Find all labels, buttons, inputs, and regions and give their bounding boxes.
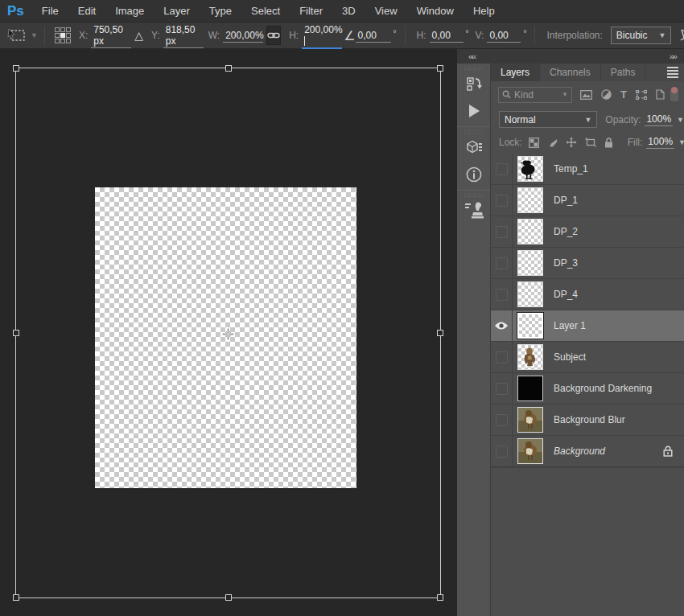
menu-3d[interactable]: 3D [332,0,365,23]
interpolation-dropdown[interactable]: Bicubic ▼ [611,27,672,44]
filter-adjustment-layers-button[interactable] [601,89,612,100]
layer-row-dp-1[interactable]: DP_1 [491,185,684,216]
clone-source-panel-button[interactable] [457,199,491,223]
collapse-panels-button[interactable]: »» [670,51,684,61]
filter-kind-dropdown[interactable]: Kind ▼ [498,87,572,103]
fill-chevron-icon[interactable]: ▼ [678,138,684,146]
visibility-toggle[interactable] [491,436,513,467]
layer-thumbnail[interactable] [517,438,543,464]
transform-handle-top-left[interactable] [13,65,19,72]
filter-shape-layers-button[interactable] [636,90,647,100]
visibility-toggle[interactable] [491,405,513,436]
layer-name[interactable]: DP_3 [554,257,578,269]
lock-all-button[interactable] [604,138,613,148]
layer-row-dp-4[interactable]: DP_4 [491,279,684,310]
tab-layers[interactable]: Layers [491,64,540,81]
transform-tool-button[interactable]: ▼ [6,27,38,43]
menu-type[interactable]: Type [200,0,241,23]
visibility-toggle[interactable] [491,216,513,248]
layer-thumbnail[interactable] [517,281,543,307]
filter-type-layers-button[interactable]: T [620,88,627,101]
layer-name[interactable]: DP_4 [554,289,578,300]
layer-name[interactable]: Background Darkening [554,383,652,394]
layer-row-layer-1[interactable]: Layer 1 [491,310,684,342]
transform-handle-bottom-right[interactable] [437,594,443,601]
ref-pt[interactable] [66,27,71,32]
fill-value[interactable]: 100% [646,136,674,149]
blend-mode-dropdown[interactable]: Normal ▼ [499,111,597,128]
history-panel-button[interactable] [457,72,491,96]
tab-channels[interactable]: Channels [540,64,601,81]
ref-pt-center[interactable] [60,33,65,38]
filter-smart-objects-button[interactable] [656,89,665,100]
layer-thumbnail[interactable] [517,156,543,182]
layer-thumbnail[interactable] [517,187,543,213]
reference-point-locator[interactable] [55,27,71,43]
lock-artboard-button[interactable] [585,138,596,147]
ref-pt[interactable] [55,33,60,38]
menu-window[interactable]: Window [407,0,464,23]
visibility-toggle[interactable] [491,248,513,279]
transform-reference-point[interactable] [222,328,234,340]
ref-pt[interactable] [66,39,71,43]
visibility-toggle[interactable] [491,185,513,216]
layer-thumbnail[interactable] [517,250,543,276]
opacity-chevron-icon[interactable]: ▼ [677,116,684,124]
maintain-aspect-ratio-button[interactable] [266,26,281,45]
layer-row-background-blur[interactable]: Background Blur [491,405,684,436]
menu-view[interactable]: View [365,0,407,23]
menu-select[interactable]: Select [241,0,290,23]
menu-file[interactable]: File [32,0,68,23]
layer-name[interactable]: Temp_1 [554,163,588,175]
ref-pt[interactable] [55,27,60,32]
transform-handle-top-right[interactable] [437,65,443,72]
height-input[interactable]: 200,00% [302,23,342,49]
strip-grip[interactable] [464,129,484,133]
transform-handle-middle-right[interactable] [437,330,443,336]
layer-name[interactable]: DP_2 [554,226,578,237]
ref-pt[interactable] [60,27,65,32]
h-skew-input[interactable]: 0,00 [430,28,464,43]
info-panel-button[interactable] [457,162,491,187]
relative-positioning-icon[interactable]: △ [134,29,143,42]
visibility-toggle[interactable] [491,279,513,310]
layer-row-dp-2[interactable]: DP_2 [491,216,684,248]
layer-thumbnail-active[interactable] [517,313,543,339]
layer-thumbnail[interactable] [517,376,543,401]
layer-row-subject[interactable]: Subject [491,342,684,373]
collapse-strip-button[interactable]: «« [457,51,475,61]
lock-transparency-button[interactable] [529,138,539,148]
visibility-toggle[interactable] [491,373,513,405]
lock-position-button[interactable] [566,137,577,148]
panel-menu-button[interactable] [661,64,684,81]
tool-preset-chevron-icon[interactable]: ▼ [31,31,38,39]
strip-grip[interactable] [464,66,484,70]
actions-panel-button[interactable] [457,99,491,123]
layer-name[interactable]: Background [554,446,605,457]
tab-paths[interactable]: Paths [601,64,646,81]
layer-name[interactable]: Background Blur [554,414,625,425]
filter-pixel-layers-button[interactable] [580,90,592,100]
visibility-toggle[interactable] [491,310,513,342]
layer-thumbnail[interactable] [517,219,543,244]
layer-row-temp-1[interactable]: Temp_1 [491,154,684,185]
transform-handle-middle-left[interactable] [13,330,19,336]
width-input[interactable]: 200,00% [223,28,263,43]
menu-filter[interactable]: Filter [290,0,332,23]
y-position-input[interactable]: 818,50 px [163,23,204,48]
menu-help[interactable]: Help [464,0,505,23]
canvas-area[interactable] [0,49,457,616]
layer-thumbnail[interactable] [517,407,543,433]
ref-pt[interactable] [66,33,71,38]
strip-grip[interactable] [464,193,484,197]
menu-layer[interactable]: Layer [154,0,200,23]
transform-handle-top-middle[interactable] [225,65,232,72]
3d-panel-button[interactable] [457,135,491,159]
ref-pt[interactable] [55,39,60,43]
opacity-value[interactable]: 100% [645,113,673,126]
filter-toggle-switch[interactable] [670,88,678,101]
ref-pt[interactable] [60,39,65,43]
layer-name[interactable]: DP_1 [554,195,578,206]
layer-name[interactable]: Subject [554,351,586,363]
x-position-input[interactable]: 750,50 px [91,23,131,48]
